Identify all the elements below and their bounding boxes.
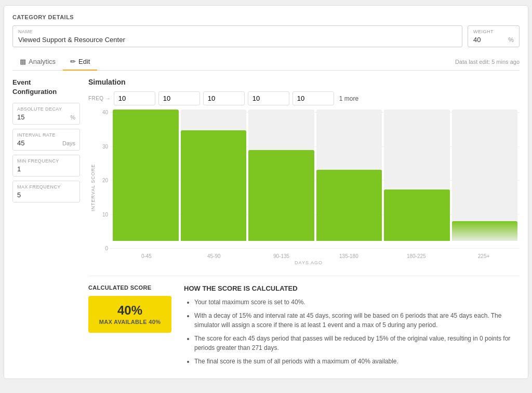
how-calc-item-3: The final score is the sum of all period… — [194, 357, 520, 366]
chart-area: 40 30 20 10 0 — [98, 110, 520, 265]
weight-field: WEIGHT % — [468, 25, 520, 47]
bar-group-0 — [113, 110, 179, 241]
bars-wrapper — [111, 110, 520, 241]
bar-group-3 — [316, 110, 382, 241]
interval-rate-value: 45 — [17, 139, 24, 147]
calc-score: CALCULATED SCORE 40% MAX AVAILABLE 40% — [88, 284, 171, 370]
bar-group-5 — [452, 110, 518, 241]
score-max: MAX AVAILABLE 40% — [99, 319, 161, 325]
x-label-0: 0-45 — [113, 251, 180, 259]
name-label: NAME — [18, 29, 457, 34]
freq-input-2[interactable] — [203, 91, 245, 105]
how-calc-item-1: With a decay of 15% and interval rate at… — [194, 311, 520, 330]
how-calc-title: HOW THE SCORE IS CALCULATED — [184, 284, 520, 292]
score-pct: 40% — [94, 303, 166, 318]
max-freq-value: 5 — [17, 191, 21, 199]
simulation-title: Simulation — [88, 78, 520, 86]
how-calc-item-0: Your total maximum score is set to 40%. — [194, 297, 520, 307]
bottom-section: CALCULATED SCORE 40% MAX AVAILABLE 40% H… — [88, 276, 520, 370]
absolute-decay-value: 15 — [17, 113, 24, 121]
tab-analytics-label: Analytics — [29, 58, 56, 65]
event-config-title: Event Configuration — [12, 78, 80, 97]
weight-input[interactable] — [473, 36, 504, 44]
calc-score-title: CALCULATED SCORE — [88, 284, 171, 291]
interval-rate-item: INTERVAL RATE 45 Days — [12, 129, 80, 151]
max-freq-label: MAX FREQUENCY — [17, 184, 75, 189]
top-row: NAME WEIGHT % — [12, 25, 520, 47]
analytics-icon: ▩ — [20, 58, 26, 65]
how-calc-item-2: The score for each 45 days period that p… — [194, 334, 520, 353]
how-calc: HOW THE SCORE IS CALCULATED Your total m… — [184, 284, 520, 370]
interval-rate-label: INTERVAL RATE — [17, 132, 75, 138]
x-label-1: 45-90 — [180, 251, 248, 259]
main-content: Event Configuration ABSOLUTE DECAY 15 % … — [12, 78, 520, 370]
absolute-decay-item: ABSOLUTE DECAY 15 % — [12, 103, 80, 125]
bar-group-1 — [181, 110, 247, 241]
name-field: NAME — [12, 25, 462, 47]
x-axis-label: DAYS AGO — [98, 260, 520, 265]
bar-group-4 — [384, 110, 450, 241]
x-labels: 0-45 45-90 90-135 135-180 180-225 225+ — [111, 251, 520, 259]
min-freq-label: MIN FREQUENCY — [17, 158, 75, 164]
min-freq-item: MIN FREQUENCY 1 — [12, 155, 80, 177]
edit-icon: ✏ — [70, 58, 76, 65]
name-input[interactable] — [18, 36, 457, 44]
absolute-decay-unit: % — [70, 114, 75, 120]
bar-group-2 — [248, 110, 314, 241]
x-label-4: 180-225 — [382, 251, 450, 259]
freq-label: FREQ → — [88, 96, 111, 101]
x-label-2: 90-135 — [248, 251, 315, 259]
chart-grid: 40 30 20 10 0 — [98, 110, 520, 251]
interval-rate-unit: Days — [62, 140, 75, 146]
how-calc-list: Your total maximum score is set to 40%. … — [184, 297, 520, 366]
weight-unit: % — [508, 36, 514, 44]
score-badge: 40% MAX AVAILABLE 40% — [88, 296, 171, 333]
category-title: CATEGORY DETAILS — [12, 14, 520, 20]
tab-edit-label: Edit — [78, 58, 90, 65]
freq-input-1[interactable] — [158, 91, 200, 105]
x-label-3: 135-180 — [315, 251, 382, 259]
min-freq-value: 1 — [17, 165, 21, 173]
freq-row: FREQ → 1 more — [88, 91, 520, 105]
right-panel: Simulation FREQ → 1 more INTERVAL SCORE — [88, 78, 520, 370]
absolute-decay-label: ABSOLUTE DECAY — [17, 106, 75, 112]
freq-input-0[interactable] — [114, 91, 155, 105]
data-last-edit: Data last edit: 5 mins ago — [455, 55, 520, 69]
freq-input-3[interactable] — [248, 91, 289, 105]
chart-container: INTERVAL SCORE 40 30 20 10 0 — [88, 110, 520, 265]
max-freq-item: MAX FREQUENCY 5 — [12, 181, 80, 202]
x-label-5: 225+ — [450, 251, 517, 259]
tab-edit[interactable]: ✏ Edit — [63, 53, 97, 71]
freq-arrow: → — [105, 96, 110, 101]
freq-more: 1 more — [339, 95, 358, 102]
tabs-bar: ▩ Analytics ✏ Edit Data last edit: 5 min… — [12, 53, 520, 71]
left-panel: Event Configuration ABSOLUTE DECAY 15 % … — [12, 78, 80, 370]
y-axis-label: INTERVAL SCORE — [88, 110, 98, 265]
page-wrapper: CATEGORY DETAILS NAME WEIGHT % ▩ Analyti… — [4, 5, 528, 379]
freq-input-4[interactable] — [292, 91, 334, 105]
weight-label: WEIGHT — [473, 29, 514, 34]
tab-analytics[interactable]: ▩ Analytics — [12, 53, 63, 71]
